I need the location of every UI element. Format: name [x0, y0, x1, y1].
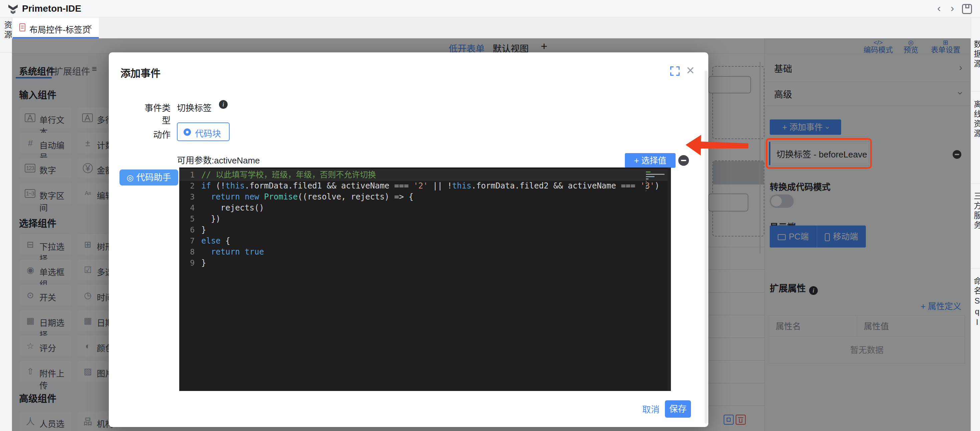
app-title: Primeton-IDE — [22, 3, 81, 14]
rail-item-datasource[interactable]: 数据源 — [971, 40, 980, 69]
code-line: 2if (!this.formData.filed1 && activeName… — [179, 181, 671, 192]
available-params-label: 可用参数:activeName — [177, 154, 260, 166]
code-line: 4 rejects() — [179, 203, 671, 214]
modal-title: 添加事件 — [121, 65, 161, 80]
close-icon[interactable]: × — [686, 62, 695, 78]
rail-item-named-sql[interactable]: 命名Sql — [971, 277, 980, 328]
code-line: 3 return new Promise((resolve, rejects) … — [179, 192, 671, 203]
rail-divider — [971, 184, 980, 184]
tab-label: 布局控件-标签页 — [29, 23, 91, 35]
right-rail: 数据源 离线资源 三方服务 命名Sql — [970, 17, 980, 431]
form-document-icon — [19, 23, 25, 32]
event-type-label: 事件类型 — [139, 101, 170, 126]
top-bar: Primeton-IDE ‹ › — [0, 0, 980, 17]
rail-divider — [0, 52, 12, 53]
select-value-button[interactable]: + 选择值 — [625, 153, 676, 168]
nav-forward-icon[interactable]: › — [947, 2, 958, 14]
code-line: 6} — [179, 225, 671, 236]
rail-item-third-party-services[interactable]: 三方服务 — [971, 192, 980, 230]
tab-layout-tabs-page[interactable]: 布局控件-标签页 × — [13, 17, 99, 38]
info-icon: i — [219, 100, 228, 109]
cancel-button[interactable]: 取消 — [639, 401, 663, 418]
action-label: 动作 — [139, 128, 170, 140]
rail-item-resources[interactable]: 资源 — [2, 21, 13, 40]
action-option-code-block[interactable]: 代码块 — [177, 122, 230, 141]
left-rail: 资源 — [0, 17, 12, 431]
rail-item-offline-resources[interactable]: 离线资源 — [971, 100, 980, 139]
primeton-ide-window: Primeton-IDE ‹ › 资源 数据源 离线资源 三方服务 命名Sql … — [0, 0, 980, 431]
event-type-value: 切换标签 — [177, 101, 212, 113]
code-assistant-button[interactable]: ◎代码助手 — [119, 170, 178, 185]
document-tab-bar: 布局控件-标签页 × — [12, 17, 970, 38]
radio-selected-icon — [184, 128, 191, 136]
save-file-icon[interactable] — [962, 4, 972, 14]
active-tab-underline — [13, 37, 99, 38]
code-line: 9} — [179, 258, 671, 269]
code-line: 7else { — [179, 236, 671, 247]
save-button[interactable]: 保存 — [665, 400, 691, 418]
editor-scrollbar[interactable] — [668, 168, 671, 391]
code-line: 5 }) — [179, 214, 671, 225]
fullscreen-icon[interactable] — [670, 67, 679, 76]
modal-scrollbar[interactable] — [705, 71, 708, 424]
editor-minimap[interactable] — [646, 170, 667, 192]
primeton-logo-icon — [7, 3, 19, 14]
nav-back-icon[interactable]: ‹ — [933, 2, 945, 14]
tab-close-icon[interactable]: × — [87, 22, 92, 32]
rail-divider — [971, 268, 980, 269]
remove-code-block-icon[interactable] — [678, 155, 689, 166]
add-event-modal: 添加事件 × 事件类型 切换标签 i 动作 代码块 可用参数:activeNam… — [109, 52, 708, 427]
bullseye-icon: ◎ — [127, 173, 134, 182]
code-line: 8 return true — [179, 247, 671, 258]
code-line: 1// 以此填写学校，班级，年级，否则不允许切换 — [179, 170, 671, 181]
code-editor[interactable]: 1// 以此填写学校，班级，年级，否则不允许切换2if (!this.formD… — [179, 168, 671, 391]
